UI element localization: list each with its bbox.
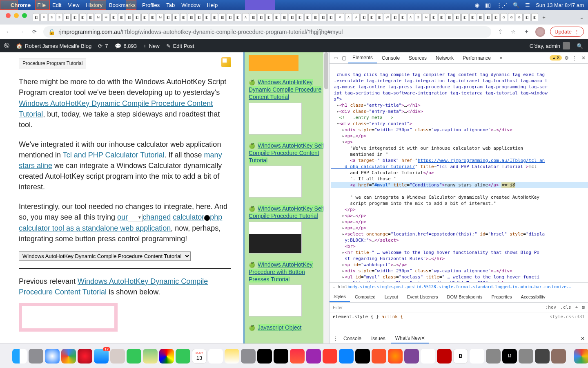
browser-tab[interactable]: ◧ — [469, 13, 476, 21]
content-link[interactable]: Tcl and PHP Calculator Tutorial — [63, 151, 165, 159]
browser-tab[interactable]: ◧ — [304, 13, 311, 21]
greeting[interactable]: G'day, admin — [530, 42, 570, 49]
app-icon[interactable] — [535, 349, 550, 364]
sidebar-item[interactable]: 🍏Windows AutoHotKey Dynamic Compile Proc… — [249, 79, 325, 135]
messages-icon[interactable] — [127, 349, 141, 364]
device-toggle-icon[interactable]: ▢ — [340, 54, 347, 62]
browser-tab[interactable]: ◧ — [376, 13, 383, 21]
browser-tab[interactable]: ◧ — [320, 13, 327, 21]
browser-tab[interactable]: A — [407, 13, 414, 21]
spotlight-icon[interactable]: 🔍 — [513, 2, 519, 8]
close-window[interactable] — [6, 13, 11, 18]
tab-sources[interactable]: Sources — [405, 52, 431, 63]
browser-tab[interactable]: ◧ — [454, 13, 461, 21]
prev-thumbnail[interactable] — [19, 303, 118, 332]
browser-tab[interactable]: ◧ — [273, 13, 280, 21]
finder-icon[interactable] — [12, 349, 27, 364]
browser-tab[interactable]: ◧ — [312, 13, 319, 21]
menu-help[interactable]: Help — [207, 2, 218, 8]
browser-tab[interactable]: ◧ — [172, 13, 179, 21]
tab-accessibility[interactable]: Accessibility — [517, 291, 550, 302]
browser-tab[interactable]: ◧ — [234, 13, 241, 21]
browser-tab[interactable]: ◧ — [149, 13, 156, 21]
browser-tab[interactable]: ◧ — [126, 13, 133, 21]
tab-console[interactable]: Console — [378, 52, 404, 63]
tab-computed[interactable]: Computed — [351, 291, 380, 302]
browser-tab[interactable]: ◧ — [361, 13, 368, 21]
share-icon[interactable]: ⇧ — [496, 28, 504, 36]
paint-icon[interactable] — [470, 349, 484, 364]
system-prefs-icon[interactable] — [241, 349, 256, 364]
tab-overflow-button[interactable]: ⌄ — [579, 14, 584, 20]
post-select[interactable]: Windows AutoHotKey Dynamic Compile Proce… — [19, 251, 191, 261]
gear-icon[interactable]: ⚙ — [563, 54, 570, 62]
menu-edit[interactable]: Edit — [52, 2, 61, 8]
browser-tab[interactable]: S — [415, 13, 422, 21]
inspect-icon[interactable]: ▭ — [332, 54, 339, 62]
close-drawer-tab-icon[interactable]: ✕ — [421, 335, 425, 341]
tab-performance[interactable]: Performance — [459, 52, 495, 63]
browser-tab[interactable]: ≡ — [40, 13, 47, 21]
sidebar-link[interactable]: Windows AutoHotKey Self Compile Procedur… — [249, 142, 324, 164]
browser-tab[interactable]: ◧ — [430, 13, 437, 21]
browser-tab[interactable]: ◧ — [110, 13, 117, 21]
tab-styles[interactable]: Styles — [330, 291, 350, 302]
notes-icon[interactable] — [225, 349, 239, 364]
sidebar-item[interactable]: 🍏Windows AutoHotKey Self Compile Procedu… — [249, 142, 325, 198]
edit-pencil-icon[interactable] — [221, 57, 231, 67]
browser-tab[interactable]: A — [242, 13, 249, 21]
menu-profiles[interactable]: Profiles — [142, 2, 160, 8]
maps-icon[interactable] — [143, 349, 158, 364]
sidebar-link[interactable]: Javascript Object — [258, 324, 301, 331]
browser-tab[interactable]: ◧ — [281, 13, 288, 21]
tor-icon[interactable] — [404, 349, 419, 364]
browser-tab[interactable]: M — [95, 13, 102, 21]
browser-tab[interactable]: ◧ — [64, 13, 71, 21]
browser-tab[interactable]: ◧ — [485, 13, 492, 21]
tab-properties[interactable]: Properties — [487, 291, 516, 302]
scrollbar[interactable] — [323, 52, 329, 343]
tab-elements[interactable]: Elements — [348, 52, 377, 63]
chromium-icon[interactable] — [61, 349, 76, 364]
menu-history[interactable]: History — [86, 2, 102, 8]
new-tab-button[interactable]: + — [539, 12, 549, 22]
launchpad-icon[interactable] — [29, 349, 43, 364]
wifi-icon[interactable]: ⋮⋰ — [497, 2, 507, 8]
content-link[interactable]: our — [117, 213, 128, 221]
sidebar-link[interactable]: Windows AutoHotKey Procedure with Button… — [249, 261, 313, 283]
browser-tab[interactable]: ◧ — [211, 13, 218, 21]
browser-tab[interactable]: ◧ — [196, 13, 203, 21]
tab-dom-breakpoints[interactable]: DOM Breakpoints — [443, 291, 487, 302]
browser-tab[interactable]: S — [56, 13, 63, 21]
browser-tab[interactable]: A — [353, 13, 360, 21]
brave-icon[interactable] — [372, 349, 386, 364]
browser-tab[interactable]: ◧ — [492, 13, 499, 21]
sidebar-item[interactable]: 🍏Windows AutoHotKey Self Compile Procedu… — [249, 205, 325, 253]
music-icon[interactable] — [290, 349, 305, 364]
extensions-icon[interactable]: ✦ — [522, 28, 530, 36]
add-rule-icon[interactable]: + — [575, 305, 578, 310]
sidebar-link[interactable]: Windows AutoHotKey Self Compile Procedur… — [249, 205, 324, 219]
browser-tab[interactable]: ◧ — [258, 13, 265, 21]
sidebar-item[interactable]: 🍏Javascript Object — [249, 324, 325, 331]
browser-tab[interactable]: G — [500, 13, 507, 21]
chrome-icon[interactable] — [574, 349, 588, 364]
browser-tab[interactable]: ◧ — [531, 13, 538, 21]
bbedit-icon[interactable] — [421, 349, 435, 364]
browser-tab[interactable]: ◧ — [399, 13, 406, 21]
close-drawer-icon[interactable]: ✕ — [581, 336, 585, 341]
screencast-icon[interactable]: ◉ — [475, 2, 479, 8]
close-devtools-icon[interactable]: ✕ — [581, 55, 586, 61]
browser-tab[interactable]: ◧ — [219, 13, 226, 21]
contacts-icon[interactable] — [110, 349, 125, 364]
menu-tab[interactable]: Tab — [166, 2, 175, 8]
podcasts-icon[interactable] — [306, 349, 321, 364]
browser-tab[interactable]: ◧ — [87, 13, 94, 21]
browser-tab[interactable]: ◧ — [188, 13, 195, 21]
app-name[interactable]: Chrome — [11, 2, 31, 8]
site-name[interactable]: 🏠 Robert James Metcalfe Blog — [16, 43, 91, 49]
browser-tab[interactable]: ◧ — [180, 13, 187, 21]
browser-tab[interactable]: ◧ — [203, 13, 210, 21]
issues-badge[interactable]: ▲ 8 — [550, 55, 562, 61]
clock[interactable]: Sun 13 Mar 8:47 am — [536, 2, 584, 8]
